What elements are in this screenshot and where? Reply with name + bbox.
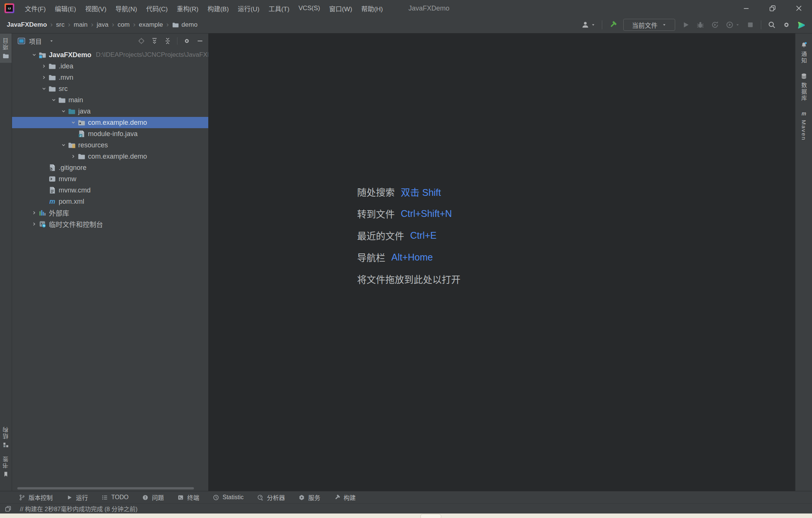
breadcrumb-item-main[interactable]: main bbox=[74, 21, 88, 29]
chevron-down-icon[interactable] bbox=[40, 85, 48, 93]
main-area: 项目结构书签 项目 JavaFXDemoD:\IDEAProjects\JCNC… bbox=[0, 33, 812, 491]
file-gitignore-icon bbox=[48, 164, 56, 171]
toolwindow-button-profiler[interactable]: 分析器 bbox=[257, 493, 285, 502]
colorful-plugin-icon[interactable] bbox=[797, 21, 805, 29]
profiler-run-button[interactable] bbox=[726, 21, 740, 29]
run-with-coverage-button[interactable] bbox=[711, 21, 719, 29]
sidebar-tab-database[interactable]: 数据库 bbox=[795, 68, 812, 106]
tree-item-com.example.demo[interactable]: com.example.demo bbox=[12, 117, 208, 128]
user-menu-button[interactable] bbox=[581, 21, 595, 29]
sidebar-tab-project[interactable]: 项目 bbox=[0, 33, 12, 63]
tree-item-.mvn[interactable]: .mvn bbox=[12, 72, 208, 83]
breadcrumb-item-demo[interactable]: demo bbox=[172, 21, 198, 29]
chevron-down-icon[interactable] bbox=[59, 107, 68, 115]
minimize-button[interactable] bbox=[733, 0, 759, 17]
chevron-down-icon[interactable] bbox=[59, 141, 68, 149]
menu-item-1[interactable]: 编辑(E) bbox=[50, 0, 81, 17]
menu-item-11[interactable]: 帮助(H) bbox=[357, 0, 388, 17]
chevron-right-icon[interactable] bbox=[30, 209, 38, 217]
tree-item-label: com.example.demo bbox=[88, 119, 147, 127]
chevron-down-icon[interactable] bbox=[30, 51, 38, 59]
menu-item-3[interactable]: 导航(N) bbox=[111, 0, 142, 17]
toolwindow-button-terminal[interactable]: 终端 bbox=[177, 493, 199, 502]
toolwindow-switcher-icon[interactable] bbox=[5, 505, 12, 512]
toolwindow-button-run[interactable]: 运行 bbox=[66, 493, 88, 502]
toolwindow-button-build[interactable]: 构建 bbox=[334, 493, 356, 502]
tree-item-临时文件和控制台[interactable]: 临时文件和控制台 bbox=[12, 218, 208, 230]
sidebar-tab-structure[interactable]: 结构 bbox=[0, 423, 12, 452]
panel-settings-gear-button[interactable] bbox=[183, 37, 191, 45]
restore-button[interactable] bbox=[759, 0, 786, 17]
tree-item-resources[interactable]: resources bbox=[12, 139, 208, 151]
tree-item-java[interactable]: java bbox=[12, 106, 208, 117]
chevron-right-icon[interactable] bbox=[69, 152, 77, 161]
tree-item-JavaFXDemo[interactable]: JavaFXDemoD:\IDEAProjects\JCNCProjects\J… bbox=[12, 49, 208, 61]
tree-item-.gitignore[interactable]: .gitignore bbox=[12, 162, 208, 173]
breadcrumb-item-javafxdemo[interactable]: JavaFXDemo bbox=[7, 21, 47, 29]
tree-item-module-info.java[interactable]: Jmodule-info.java bbox=[12, 128, 208, 139]
toolwindow-button-todo[interactable]: TODO bbox=[102, 494, 129, 501]
shortcut-hint-line: 导航栏Alt+Home bbox=[357, 246, 461, 268]
chevron-down-icon[interactable] bbox=[50, 96, 58, 104]
expand-all-button[interactable] bbox=[151, 37, 158, 45]
tree-item-mvnw[interactable]: mvnw bbox=[12, 173, 208, 185]
settings-gear-button[interactable] bbox=[782, 21, 791, 29]
toolwindow-button-version-control[interactable]: 版本控制 bbox=[19, 493, 53, 502]
toolwindow-button-statistic[interactable]: Statistic bbox=[213, 494, 244, 501]
tree-item-外部库[interactable]: 外部库 bbox=[12, 207, 208, 218]
svg-text:J: J bbox=[80, 134, 82, 138]
build-hammer-button[interactable] bbox=[609, 21, 617, 29]
sidebar-tab-maven[interactable]: mMaven bbox=[795, 106, 812, 145]
close-button[interactable] bbox=[786, 0, 812, 17]
chevron-right-icon[interactable] bbox=[40, 62, 48, 70]
toolwindow-button-services[interactable]: 服务 bbox=[298, 493, 320, 502]
run-button[interactable] bbox=[682, 21, 690, 29]
sidebar-tab-label: 数据库 bbox=[801, 82, 807, 101]
breadcrumb-item-example[interactable]: example bbox=[139, 21, 163, 29]
menu-item-10[interactable]: 窗口(W) bbox=[325, 0, 357, 17]
menu-item-8[interactable]: 工具(T) bbox=[264, 0, 294, 17]
menu-item-5[interactable]: 重构(R) bbox=[172, 0, 203, 17]
toolwindow-button-label: TODO bbox=[111, 494, 129, 501]
sidebar-tab-bookmarks[interactable]: 书签 bbox=[0, 452, 12, 481]
menu-bar: 文件(F)编辑(E)视图(V)导航(N)代码(C)重构(R)构建(B)运行(U)… bbox=[20, 0, 388, 17]
breadcrumb-item-src[interactable]: src bbox=[56, 21, 65, 29]
file-text-icon bbox=[48, 186, 56, 194]
tree-item-pom.xml[interactable]: mpom.xml bbox=[12, 196, 208, 207]
chevron-right-icon[interactable] bbox=[40, 73, 48, 82]
toolwindow-button-problems[interactable]: 问题 bbox=[142, 493, 164, 502]
menu-item-9[interactable]: VCS(S) bbox=[294, 0, 325, 17]
tree-item-com.example.demo[interactable]: com.example.demo bbox=[12, 151, 208, 162]
stop-button[interactable] bbox=[746, 21, 754, 29]
debug-button[interactable] bbox=[696, 21, 704, 29]
terminal-icon bbox=[177, 494, 184, 501]
locate-file-button[interactable] bbox=[138, 37, 145, 45]
indent-spacer bbox=[69, 130, 77, 138]
tree-item-.idea[interactable]: .idea bbox=[12, 61, 208, 72]
tree-item-label: com.example.demo bbox=[88, 153, 147, 161]
hide-panel-button[interactable] bbox=[196, 37, 204, 45]
sidebar-tab-notifications[interactable]: 通知 bbox=[795, 37, 812, 68]
menu-item-4[interactable]: 代码(C) bbox=[142, 0, 173, 17]
chevron-down-icon[interactable] bbox=[69, 118, 77, 127]
horizontal-scrollbar[interactable] bbox=[17, 487, 194, 489]
breadcrumb-item-com[interactable]: com bbox=[118, 21, 130, 29]
menu-item-6[interactable]: 构建(B) bbox=[203, 0, 233, 17]
menu-item-2[interactable]: 视图(V) bbox=[80, 0, 111, 17]
tree-item-mvnw.cmd[interactable]: mvnw.cmd bbox=[12, 185, 208, 196]
shortcut-keys: 双击 Shift bbox=[401, 185, 441, 198]
menu-item-7[interactable]: 运行(U) bbox=[233, 0, 264, 17]
menu-item-0[interactable]: 文件(F) bbox=[20, 0, 50, 17]
statistic-icon bbox=[213, 494, 219, 501]
toolbar-separator bbox=[602, 20, 602, 29]
folder-icon bbox=[48, 62, 56, 70]
collapse-all-button[interactable] bbox=[164, 37, 171, 45]
folder-package-icon bbox=[78, 119, 85, 126]
run-configuration-selector[interactable]: 当前文件 bbox=[623, 19, 675, 31]
chevron-right-icon[interactable] bbox=[30, 220, 38, 228]
search-everywhere-button[interactable] bbox=[768, 21, 776, 29]
tree-item-src[interactable]: src bbox=[12, 83, 208, 94]
chevron-down-icon[interactable] bbox=[49, 39, 54, 43]
breadcrumb-item-java[interactable]: java bbox=[97, 21, 108, 29]
tree-item-main[interactable]: main bbox=[12, 94, 208, 106]
